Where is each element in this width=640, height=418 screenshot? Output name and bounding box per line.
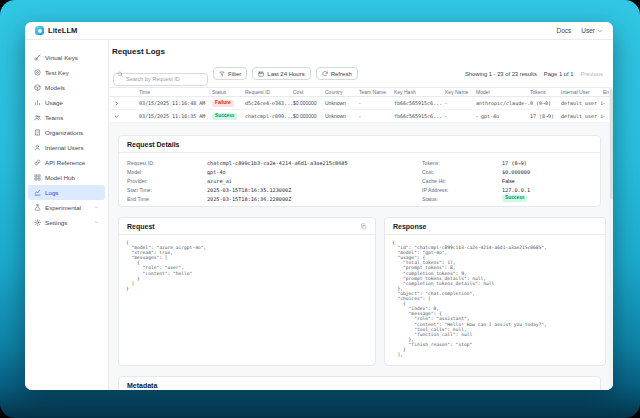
cell-cost: $0.000000 xyxy=(293,100,325,106)
metadata-panel: Metadata xyxy=(118,376,601,390)
cache-hit-value: False xyxy=(502,178,515,184)
results-count: Showing 1 - 23 of 23 results xyxy=(465,71,537,77)
sidebar-item-label: Settings xyxy=(45,219,67,226)
sidebar-item-label: Virtual Keys xyxy=(45,54,78,61)
cell-time: 03/15/2025 11:16:48 AM xyxy=(139,100,212,106)
sidebar-item-experimental[interactable]: Experimental xyxy=(28,200,105,215)
logs-chart-icon xyxy=(34,189,41,196)
col-key-hash: Key Hash xyxy=(394,89,445,95)
start-time-value: 2025-03-15T18:16:35.123000Z xyxy=(207,187,291,193)
col-request-id: Request ID xyxy=(245,89,293,95)
sidebar-item-label: Models xyxy=(45,84,65,91)
scrollbar-thumb[interactable] xyxy=(610,89,613,199)
sidebar-item-api-reference[interactable]: API Reference xyxy=(28,155,105,170)
table-header-row: Time Status Request ID Cost Country Team… xyxy=(109,87,613,97)
time-range-button-label: Last 24 Hours xyxy=(267,71,304,77)
sidebar-item-internal-users[interactable]: Internal Users xyxy=(28,140,105,155)
col-cost: Cost xyxy=(293,89,325,95)
provider-label: Provider: xyxy=(127,178,207,184)
docs-link[interactable]: Docs xyxy=(556,27,571,34)
request-id-value: chatcmpl-c899c1b3-ca2e-4214-a6d1-a3ae215… xyxy=(207,160,348,166)
screenshot-stage: LiteLLM Docs User Virtual Keys xyxy=(0,0,640,418)
top-navbar: LiteLLM Docs User xyxy=(25,22,613,40)
page-title: Request Logs xyxy=(112,48,613,56)
end-time-label: End Time: xyxy=(127,196,207,202)
chevron-right-icon[interactable] xyxy=(109,101,139,106)
sidebar-item-organizations[interactable]: Organizations xyxy=(28,125,105,140)
cell-request-id: chatcmpl-c899... xyxy=(245,113,293,119)
cell-model: anthropic/claude-... xyxy=(476,100,530,106)
chevron-down-icon xyxy=(94,205,99,210)
refresh-button[interactable]: Refresh xyxy=(316,67,358,80)
cell-model: ←gpt-4o xyxy=(476,113,530,119)
ip-address-value: 127.0.0.1 xyxy=(502,187,530,193)
teams-icon xyxy=(34,114,41,121)
filter-button-label: Filter xyxy=(228,71,241,77)
col-team-name: Team Name xyxy=(359,89,394,95)
sidebar-item-label: Experimental xyxy=(45,204,81,211)
col-tokens: Tokens xyxy=(530,89,561,95)
sidebar-item-virtual-keys[interactable]: Virtual Keys xyxy=(28,50,105,65)
metadata-panel-title: Metadata xyxy=(127,382,157,389)
cell-country: Unknown xyxy=(325,100,359,106)
organization-icon xyxy=(34,129,41,136)
sidebar-item-model-hub[interactable]: Model Hub xyxy=(28,170,105,185)
request-details-header: Request Details xyxy=(119,136,600,153)
sidebar-item-label: API Reference xyxy=(45,159,85,166)
sidebar-item-label: Test Key xyxy=(45,69,69,76)
tokens-label: Tokens: xyxy=(422,160,502,166)
request-panel: Request { "model": "azure_ai/gpt-4o", "s… xyxy=(118,217,376,366)
search-input[interactable] xyxy=(113,73,208,86)
response-panel-title: Response xyxy=(393,223,426,230)
link-icon xyxy=(34,159,41,166)
user-menu[interactable]: User xyxy=(581,27,603,34)
logs-toolbar: Filter Last 24 Hours Refresh Showing 1 -… xyxy=(113,66,609,81)
model-value: gpt-4o xyxy=(207,169,226,175)
tokens-value: 17 (8→9) xyxy=(502,160,527,166)
grid-icon xyxy=(34,174,41,181)
sidebar-item-models[interactable]: Models xyxy=(28,80,105,95)
cell-tokens: 0 (0→0) xyxy=(530,100,561,106)
sidebar-item-label: Usage xyxy=(45,99,63,106)
sidebar-nav: Virtual Keys Test Key Models Usage Teams xyxy=(25,40,109,390)
cell-internal-user: default_user_id xyxy=(561,100,603,106)
previous-page-button[interactable]: Previous xyxy=(580,71,603,77)
cell-key-name: - xyxy=(445,100,476,106)
sidebar-item-label: Internal Users xyxy=(45,144,84,151)
sidebar-item-logs[interactable]: Logs xyxy=(28,185,105,200)
sidebar-item-settings[interactable]: Settings xyxy=(28,215,105,230)
copy-icon[interactable] xyxy=(360,223,367,230)
page-indicator: Page 1 of 1 xyxy=(544,71,574,77)
cell-key-hash: fb66c565915c6... xyxy=(394,100,445,106)
filter-button[interactable]: Filter xyxy=(213,67,247,80)
cell-internal-user: default_user_id xyxy=(561,113,603,119)
chevron-down-icon xyxy=(94,220,99,225)
cache-hit-label: Cache Hit: xyxy=(422,178,502,184)
expanded-log-details: Request Details Request ID:chatcmpl-c899… xyxy=(109,123,613,390)
col-status: Status xyxy=(212,89,245,95)
flask-icon xyxy=(34,204,41,211)
key-icon xyxy=(34,54,41,61)
model-route-icon: ← xyxy=(476,113,479,119)
table-row-expanded[interactable]: 03/15/2025 11:16:35 AM Success chatcmpl-… xyxy=(109,110,613,123)
vertical-scrollbar[interactable] xyxy=(609,87,613,390)
cell-country: Unknown xyxy=(325,113,359,119)
table-row[interactable]: 03/15/2025 11:16:48 AM Failure d5c26ce4-… xyxy=(109,97,613,110)
sidebar-item-teams[interactable]: Teams xyxy=(28,110,105,125)
sidebar-item-usage[interactable]: Usage xyxy=(28,95,105,110)
time-range-button[interactable]: Last 24 Hours xyxy=(252,67,310,80)
request-panel-title: Request xyxy=(127,223,155,230)
cell-team-name: - xyxy=(359,100,394,106)
search-icon xyxy=(117,71,123,77)
sidebar-item-test-key[interactable]: Test Key xyxy=(28,65,105,80)
cell-team-name: - xyxy=(359,113,394,119)
calendar-icon xyxy=(258,71,264,77)
user-menu-label: User xyxy=(581,27,595,34)
request-json: { "model": "azure_ai/gpt-4o", "stream": … xyxy=(119,235,375,296)
cell-key-name: - xyxy=(445,113,476,119)
chevron-down-icon[interactable] xyxy=(109,114,139,119)
user-icon xyxy=(34,144,41,151)
status-label: Status: xyxy=(422,196,502,202)
response-panel: Response { "id": "chatcmpl-c899c1b3-ca2e… xyxy=(384,217,606,366)
request-id-label: Request ID: xyxy=(127,160,207,166)
